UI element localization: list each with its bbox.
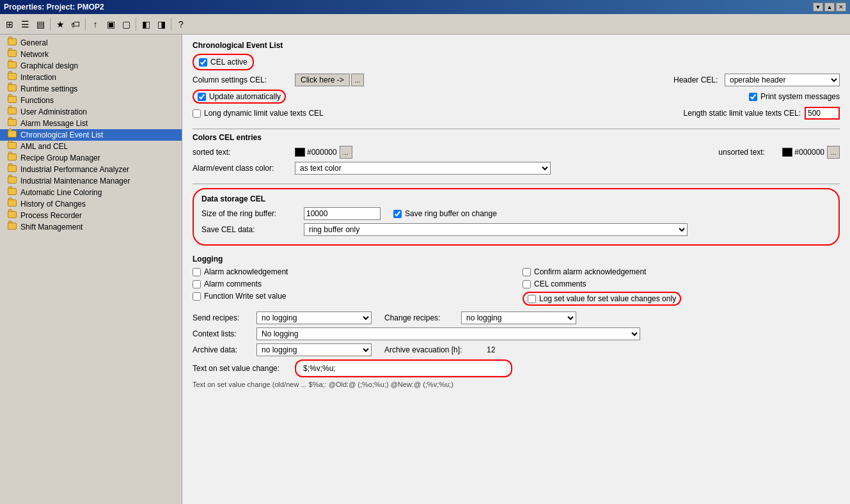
content-area: Chronological Event List CEL active Colu… — [182, 35, 850, 504]
toolbar-window2-icon[interactable]: ▢ — [119, 17, 133, 31]
save-ring-label[interactable]: Save ring buffer on change — [393, 209, 497, 218]
sidebar-item-runtime-settings[interactable]: Runtime settings — [0, 83, 182, 95]
sidebar-item-process-recorder[interactable]: Process Recorder — [0, 210, 182, 221]
alarm-class-select[interactable]: as text color custom color — [295, 162, 551, 175]
colors-cel-section: Colors CEL entries sorted text: #000000 … — [193, 133, 840, 175]
context-lists-row: Context lists: No logging logging — [193, 327, 840, 340]
toolbar-star-icon[interactable]: ★ — [53, 17, 67, 31]
text-set-value-input[interactable] — [301, 362, 506, 375]
confirm-alarm-checkbox[interactable] — [523, 268, 531, 276]
colors-cel-section-title: Colors CEL entries — [193, 133, 840, 142]
toolbar-help-icon[interactable]: ? — [174, 17, 188, 31]
log-set-value-checkbox[interactable] — [528, 295, 536, 303]
alarm-class-row: Alarm/event class color: as text color c… — [193, 162, 840, 175]
alarm-class-label: Alarm/event class color: — [193, 164, 295, 173]
toolbar-up-icon[interactable]: ↑ — [88, 17, 102, 31]
update-auto-outline: Update automatically — [193, 90, 286, 104]
sorted-text-swatch — [295, 148, 305, 157]
cel-active-checkbox[interactable] — [199, 58, 207, 67]
toolbar-align-left-icon[interactable]: ◧ — [139, 17, 153, 31]
sidebar-item-functions[interactable]: Functions — [0, 95, 182, 106]
cel-active-outline: CEL active — [193, 54, 254, 70]
long-dynamic-checkbox[interactable] — [193, 109, 201, 118]
context-lists-select[interactable]: No logging logging — [256, 327, 640, 340]
folder-icon-runtime-settings — [8, 84, 18, 93]
alarm-comments-checkbox[interactable] — [193, 280, 201, 288]
sidebar-item-recipe-group-manager[interactable]: Recipe Group Manager — [0, 152, 182, 164]
update-auto-checkbox[interactable] — [198, 93, 206, 101]
toolbar-align-right-icon[interactable]: ◨ — [154, 17, 168, 31]
save-ring-checkbox[interactable] — [393, 210, 402, 218]
confirm-alarm-label[interactable]: Confirm alarm acknowledgement — [523, 267, 646, 276]
data-storage-title: Data storage CEL — [201, 194, 831, 203]
cel-comments-label[interactable]: CEL comments — [523, 280, 586, 288]
sidebar-item-chronological-event-list[interactable]: Chronological Event List — [0, 129, 182, 141]
archive-row: Archive data: no logging logging Archive… — [193, 343, 840, 356]
function-write-label[interactable]: Function Write set value — [193, 292, 287, 301]
unsorted-text-swatch — [782, 148, 792, 157]
ring-buffer-input[interactable] — [304, 207, 381, 220]
sidebar-item-user-admin[interactable]: User Administration — [0, 106, 182, 118]
folder-icon-industrial-perf-analyzer — [8, 165, 18, 174]
header-cel-select[interactable]: operable header fixed header no header — [725, 74, 840, 86]
send-recipes-select[interactable]: no logging logging — [256, 311, 372, 324]
text-set-value-row: Text on set value change: — [193, 359, 840, 377]
toolbar-tag-icon[interactable]: 🏷 — [68, 17, 83, 31]
unsorted-text-label: unsorted text: — [718, 148, 782, 157]
alarm-ack-row: Alarm acknowledgement — [193, 267, 510, 276]
click-here-button[interactable]: Click here -> — [295, 74, 350, 86]
folder-icon-aml-cel — [8, 142, 18, 151]
column-settings-label: Column settings CEL: — [193, 75, 295, 84]
sidebar-item-general[interactable]: General — [0, 37, 182, 49]
toolbar-separator-2 — [85, 18, 86, 31]
unsorted-text-ellipsis-button[interactable]: ... — [827, 146, 840, 159]
length-static-input[interactable] — [805, 107, 840, 120]
sidebar-item-automatic-line-coloring[interactable]: Automatic Line Coloring — [0, 187, 182, 198]
minimize-button[interactable]: ▼ — [813, 3, 823, 12]
sidebar-item-history-of-changes[interactable]: History of Changes — [0, 198, 182, 210]
update-auto-label[interactable]: Update automatically — [198, 92, 281, 101]
title-bar-buttons: ▼ ▲ ✕ — [813, 3, 846, 12]
main-layout: General Network Graphical design Interac… — [0, 35, 850, 504]
cel-comments-checkbox[interactable] — [523, 280, 531, 288]
sidebar-item-network[interactable]: Network — [0, 49, 182, 60]
sorted-text-hex: #000000 — [307, 148, 337, 157]
sorted-text-row: sorted text: #000000 ... unsorted text: … — [193, 146, 840, 159]
maximize-button[interactable]: ▲ — [824, 3, 835, 12]
toolbar-detail-icon[interactable]: ▤ — [33, 17, 47, 31]
sidebar-item-interaction[interactable]: Interaction — [0, 72, 182, 83]
alarm-comments-label[interactable]: Alarm comments — [193, 280, 262, 288]
archive-data-select[interactable]: no logging logging — [256, 343, 372, 356]
folder-icon-automatic-line-coloring — [8, 188, 18, 197]
print-system-checkbox[interactable] — [749, 93, 757, 101]
save-cel-select[interactable]: ring buffer only database both — [304, 223, 688, 236]
change-recipes-select[interactable]: no logging logging — [461, 311, 576, 324]
folder-icon-alarm-message-list — [8, 119, 18, 128]
alarm-ack-label[interactable]: Alarm acknowledgement — [193, 267, 288, 276]
print-system-label[interactable]: Print system messages — [749, 92, 840, 101]
sidebar-item-shift-management[interactable]: Shift Management — [0, 221, 182, 233]
length-static-label: Length static limit value texts CEL: — [673, 109, 801, 118]
folder-icon-user-admin — [8, 107, 18, 116]
cel-section-title: Chronological Event List — [193, 41, 840, 50]
sidebar-item-industrial-maintenance-manager[interactable]: Industrial Maintenance Manager — [0, 175, 182, 187]
send-change-recipes-row: Send recipes: no logging logging Change … — [193, 311, 840, 324]
log-set-value-label[interactable]: Log set value for set value changes only — [528, 294, 676, 303]
close-button[interactable]: ✕ — [836, 3, 846, 12]
alarm-ack-checkbox[interactable] — [193, 268, 201, 276]
toolbar-grid-icon[interactable]: ⊞ — [3, 17, 17, 31]
toolbar-list-icon[interactable]: ☰ — [18, 17, 32, 31]
archive-data-label: Archive data: — [193, 345, 256, 354]
sidebar-item-industrial-perf-analyzer[interactable]: Industrial Performance Analyzer — [0, 164, 182, 175]
sidebar-item-aml-cel[interactable]: AML and CEL — [0, 141, 182, 152]
sidebar-item-graphical-design[interactable]: Graphical design — [0, 60, 182, 72]
unsorted-text-hex: #000000 — [794, 148, 824, 157]
sidebar-item-alarm-message-list[interactable]: Alarm Message List — [0, 118, 182, 129]
function-write-checkbox[interactable] — [193, 292, 201, 301]
toolbar-window-icon[interactable]: ▣ — [104, 17, 118, 31]
folder-icon-recipe-group-manager — [8, 154, 18, 162]
sorted-text-ellipsis-button[interactable]: ... — [340, 146, 352, 159]
column-settings-ellipsis-button[interactable]: ... — [351, 74, 364, 86]
cel-active-label[interactable]: CEL active — [199, 58, 248, 67]
long-dynamic-label[interactable]: Long dynamic limit value texts CEL — [193, 109, 324, 118]
